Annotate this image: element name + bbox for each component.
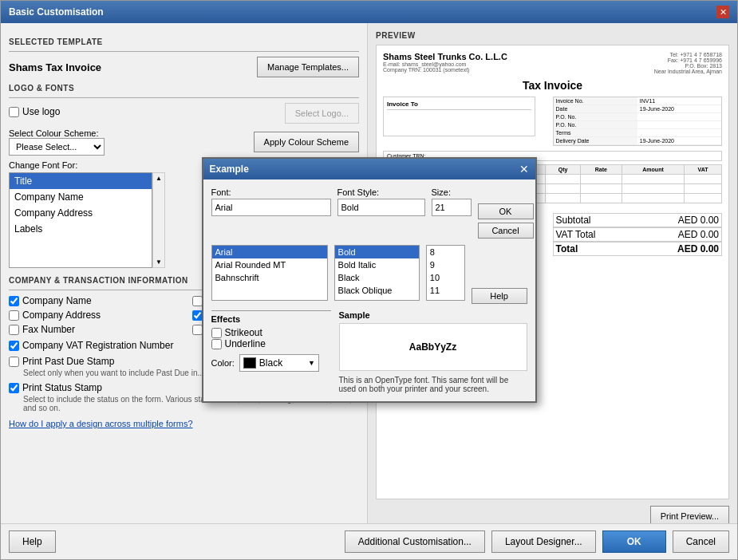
dialog-action-buttons: OK Cancel: [478, 187, 534, 239]
effects-column: Effects Strikeout Underline Color: Black: [211, 310, 331, 393]
style-input[interactable]: [337, 199, 425, 216]
font-label: Font:: [211, 187, 331, 197]
style-black-oblique[interactable]: Black Oblique: [335, 284, 419, 297]
font-listbox[interactable]: Arial Arial Rounded MT Bahnschrift: [211, 245, 328, 301]
size-input[interactable]: [432, 199, 472, 216]
size-9[interactable]: 9: [427, 258, 464, 271]
strikeout-checkbox[interactable]: [211, 328, 222, 338]
dialog-overlay: Example ✕ Font: Font Style: Size:: [0, 0, 738, 560]
effects-label: Effects: [211, 310, 331, 324]
underline-checkbox[interactable]: [211, 339, 222, 349]
color-name: Black: [259, 357, 282, 369]
sample-section: Sample AaBbYyZz This is an OpenType font…: [339, 310, 527, 393]
font-list-arial-rounded[interactable]: Arial Rounded MT: [212, 258, 327, 271]
dialog-help-button-col: Help: [472, 245, 527, 304]
size-listbox[interactable]: 8 9 10 11: [426, 245, 465, 301]
style-listbox[interactable]: Bold Bold Italic Black Black Oblique: [334, 245, 420, 301]
example-dialog: Example ✕ Font: Font Style: Size:: [202, 157, 537, 403]
color-select[interactable]: Black ▼: [239, 354, 319, 372]
style-label: Font Style:: [337, 187, 425, 197]
style-bold[interactable]: Bold: [335, 246, 419, 258]
dialog-body: Font: Font Style: Size: OK Cancel: [203, 179, 535, 401]
sample-text: AaBbYyZz: [409, 341, 456, 353]
dialog-list-row: Arial Arial Rounded MT Bahnschrift Bold …: [211, 245, 527, 304]
underline-label: Underline: [225, 338, 266, 349]
size-8[interactable]: 8: [427, 246, 464, 258]
sample-label: Sample: [339, 310, 527, 320]
sample-box: AaBbYyZz: [339, 323, 527, 371]
strikeout-label: Strikeout: [225, 327, 262, 338]
font-list-arial[interactable]: Arial: [212, 246, 327, 258]
style-black[interactable]: Black: [335, 271, 419, 284]
size-11[interactable]: 11: [427, 284, 464, 297]
style-field: Font Style:: [337, 187, 425, 239]
strikeout-item: Strikeout: [211, 327, 331, 338]
size-label: Size:: [432, 187, 472, 197]
font-list-bahnschrift[interactable]: Bahnschrift: [212, 271, 327, 284]
opentype-text: This is an OpenType font. This same font…: [339, 376, 527, 393]
dialog-title-text: Example: [210, 164, 249, 175]
dialog-ok-button[interactable]: OK: [478, 203, 534, 219]
size-10[interactable]: 10: [427, 271, 464, 284]
dialog-top-row: Font: Font Style: Size: OK Cancel: [211, 187, 527, 239]
dialog-cancel-button[interactable]: Cancel: [478, 223, 534, 239]
font-field: Font:: [211, 187, 331, 239]
dialog-bottom-row: Effects Strikeout Underline Color: Black: [211, 310, 527, 393]
color-dropdown-arrow: ▼: [308, 359, 315, 367]
underline-item: Underline: [211, 338, 331, 349]
color-swatch: [243, 357, 256, 369]
style-bold-italic[interactable]: Bold Italic: [335, 258, 419, 271]
size-field: Size:: [432, 187, 472, 239]
dialog-title-bar: Example ✕: [203, 159, 535, 179]
color-row: Color: Black ▼: [211, 354, 331, 372]
font-input[interactable]: [211, 199, 331, 216]
color-label: Color:: [211, 358, 235, 368]
dialog-help-button[interactable]: Help: [472, 288, 527, 304]
dialog-close-button[interactable]: ✕: [519, 163, 529, 175]
